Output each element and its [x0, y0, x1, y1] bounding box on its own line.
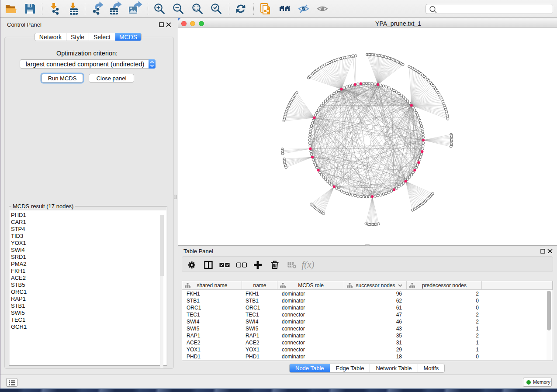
svg-text:f(x): f(x): [301, 259, 314, 270]
